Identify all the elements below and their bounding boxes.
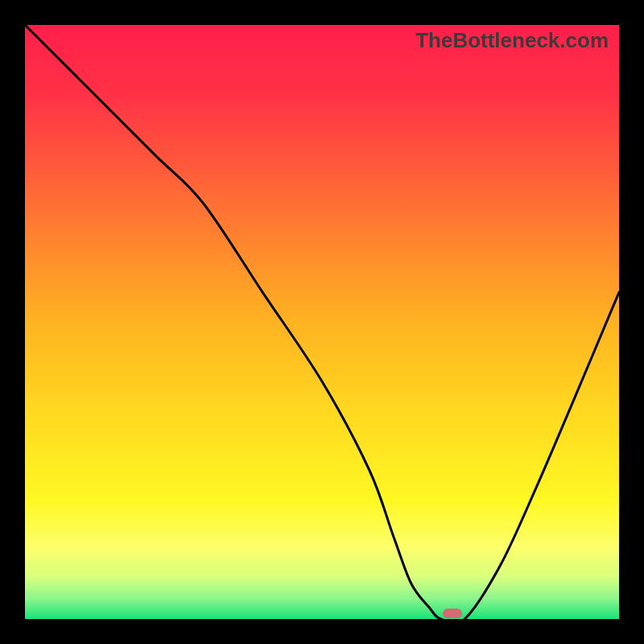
bottleneck-curve [25,25,619,619]
plot-area: TheBottleneck.com [25,25,619,619]
chart-frame: TheBottleneck.com [25,25,619,619]
optimal-marker [443,609,462,618]
